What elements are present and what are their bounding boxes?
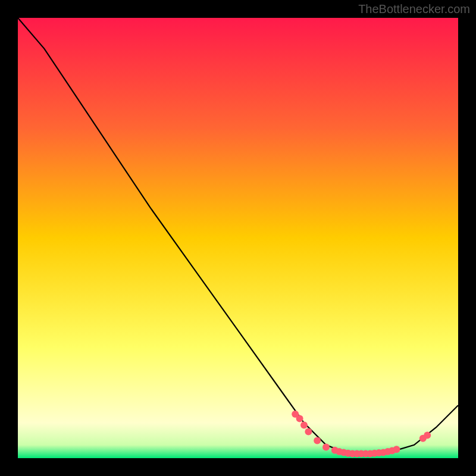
watermark-text: TheBottlenecker.com <box>358 2 470 16</box>
data-marker <box>296 415 303 422</box>
chart-svg <box>18 18 458 458</box>
data-marker <box>393 446 400 453</box>
data-marker <box>322 444 330 451</box>
plot-area <box>18 18 458 458</box>
data-marker <box>305 428 312 436</box>
data-marker <box>424 432 431 439</box>
chart-container: TheBottlenecker.com <box>0 0 476 476</box>
data-marker <box>314 437 321 444</box>
gradient-background <box>18 18 458 458</box>
data-marker <box>300 422 308 429</box>
